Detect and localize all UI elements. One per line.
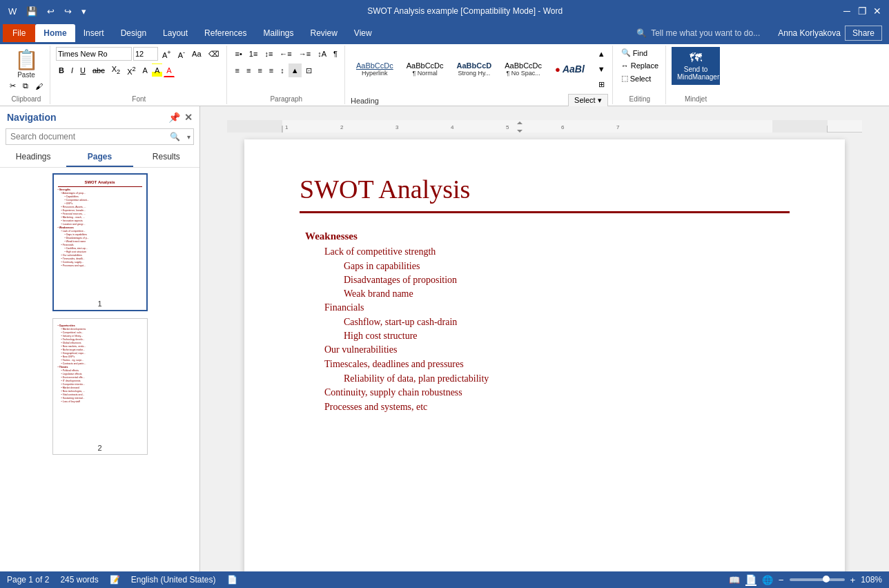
font-grow-button[interactable]: A+: [159, 47, 174, 61]
increase-indent-button[interactable]: →≡: [296, 47, 313, 61]
tab-mailings[interactable]: Mailings: [255, 24, 302, 42]
style-aabi[interactable]: ● AaBl: [549, 61, 590, 77]
find-icon: 🔍: [621, 48, 631, 57]
print-layout-button[interactable]: 📄: [745, 574, 756, 586]
read-mode-button[interactable]: 📖: [729, 575, 740, 585]
restore-button[interactable]: ❐: [856, 5, 868, 17]
navigation-pane: Navigation 📌 ✕ 🔍 ▾ Headings Pages Result…: [0, 106, 200, 571]
svg-text:1: 1: [285, 124, 289, 130]
nav-tab-results[interactable]: Results: [133, 148, 199, 167]
cashflow-text: Cashflow, start-up cash-drain: [344, 317, 457, 328]
numbering-button[interactable]: 1≡: [246, 47, 261, 61]
word-count: 245 words: [60, 575, 98, 585]
underline-button[interactable]: U: [77, 63, 88, 77]
bullets-button[interactable]: ≡•: [233, 47, 245, 61]
shading-button[interactable]: ▲: [289, 63, 302, 77]
copy-button[interactable]: ⧉: [20, 79, 31, 93]
nav-close-icon[interactable]: ✕: [184, 112, 193, 123]
document-content: Weaknesses Lack of competitive strength …: [300, 231, 790, 413]
replace-button[interactable]: ↔ Replace: [618, 60, 661, 71]
select-icon: ⬚: [621, 74, 628, 83]
proofing-icon[interactable]: 📝: [110, 575, 120, 585]
font-size-input[interactable]: [133, 47, 158, 61]
page-thumb-1[interactable]: SWOT Analysis • Strengths • Advantages o…: [52, 173, 148, 311]
competitive-strength-text: Lack of competitive strength: [324, 246, 436, 257]
styles-expand[interactable]: ⊞: [595, 77, 608, 91]
tab-view[interactable]: View: [346, 24, 380, 42]
customize-button[interactable]: ▾: [79, 5, 89, 18]
align-left-button[interactable]: ≡: [233, 63, 242, 77]
svg-text:6: 6: [561, 124, 565, 130]
title-bar: W 💾 ↩ ↪ ▾ SWOT Analysis example [Compati…: [0, 0, 889, 22]
clipboard-content: 📋 Paste ✂ ⧉ 🖌: [7, 47, 46, 94]
svg-rect-2: [772, 120, 828, 133]
tab-insert[interactable]: Insert: [75, 24, 113, 42]
styles-scroll-down[interactable]: ▼: [595, 62, 608, 76]
search-icon[interactable]: 🔍: [166, 129, 184, 144]
strikethrough-button[interactable]: abc: [90, 63, 108, 77]
tab-home[interactable]: Home: [35, 24, 75, 42]
nav-tab-headings[interactable]: Headings: [0, 148, 66, 167]
text-effect-button[interactable]: A: [140, 63, 150, 77]
justify-button[interactable]: ≡: [266, 63, 276, 77]
subscript-button[interactable]: X2: [109, 63, 123, 77]
word-icon[interactable]: W: [6, 5, 19, 18]
mindjet-label: Send to: [677, 66, 714, 73]
minimize-button[interactable]: ─: [841, 5, 853, 17]
send-to-mindmanager-button[interactable]: 🗺 Send to MindManager: [672, 47, 720, 85]
line-spacing-button[interactable]: ↕: [277, 63, 287, 77]
zoom-slider[interactable]: [790, 578, 845, 581]
tab-layout[interactable]: Layout: [155, 24, 196, 42]
align-right-button[interactable]: ≡: [255, 63, 264, 77]
clear-format-button[interactable]: ⌫: [206, 47, 222, 61]
save-button[interactable]: 💾: [23, 5, 40, 18]
select-dropdown-button[interactable]: Select ▾: [568, 94, 608, 107]
bullet-gaps: Gaps in capabilities: [338, 261, 790, 272]
sort-button[interactable]: ↕A: [315, 47, 329, 61]
paste-button[interactable]: 📋 Paste: [11, 48, 41, 79]
nav-tab-pages[interactable]: Pages: [66, 148, 133, 167]
styles-scroll-up[interactable]: ▲: [595, 47, 608, 61]
find-button[interactable]: 🔍 Find: [618, 47, 650, 59]
style-no-space[interactable]: AaBbCcDc ¶ No Spac...: [499, 59, 547, 79]
tab-review[interactable]: Review: [302, 24, 345, 42]
zoom-in-button[interactable]: +: [850, 575, 856, 585]
change-case-button[interactable]: Aa: [189, 47, 204, 61]
tell-me-input[interactable]: Tell me what you want to do...: [651, 28, 760, 38]
multilevel-button[interactable]: ↕≡: [262, 47, 275, 61]
document-mode-icon[interactable]: 📄: [227, 575, 237, 585]
cut-button[interactable]: ✂: [7, 79, 19, 93]
decrease-indent-button[interactable]: ←≡: [277, 47, 294, 61]
style-normal[interactable]: AaBbCcDc ¶ Normal: [401, 59, 449, 79]
tab-design[interactable]: Design: [113, 24, 155, 42]
redo-button[interactable]: ↪: [61, 5, 75, 18]
superscript-button[interactable]: X2: [124, 63, 138, 77]
tab-references[interactable]: References: [196, 24, 255, 42]
italic-button[interactable]: I: [68, 63, 76, 77]
search-dropdown-icon[interactable]: ▾: [184, 130, 193, 144]
tab-file[interactable]: File: [3, 24, 35, 42]
show-marks-button[interactable]: ¶: [331, 47, 340, 61]
web-layout-button[interactable]: 🌐: [762, 575, 773, 585]
zoom-out-button[interactable]: −: [779, 575, 784, 585]
paste-area: 📋 Paste ✂ ⧉ 🖌: [7, 48, 46, 93]
font-name-input[interactable]: [56, 47, 132, 61]
search-input[interactable]: [6, 129, 166, 144]
close-button[interactable]: ✕: [871, 5, 883, 17]
font-color-button[interactable]: A: [164, 63, 174, 77]
align-center-button[interactable]: ≡: [244, 63, 253, 77]
font-shrink-button[interactable]: A-: [175, 47, 188, 61]
highlight-button[interactable]: A: [152, 63, 162, 77]
processes-text: Processes and systems, etc: [324, 402, 427, 413]
nav-pin-icon[interactable]: 📌: [168, 112, 180, 123]
select-button[interactable]: ⬚ Select: [618, 72, 654, 84]
share-button[interactable]: Share: [845, 26, 882, 41]
page-thumb-2[interactable]: • Opportunities • Market developments • …: [52, 318, 148, 455]
style-strong-heading[interactable]: AaBbCcD Strong Hy...: [451, 59, 498, 79]
paragraph-content: ≡• 1≡ ↕≡ ←≡ →≡ ↕A ¶ ≡ ≡ ≡ ≡ ↕ ▲ ⊡: [233, 47, 340, 94]
undo-button[interactable]: ↩: [44, 5, 57, 18]
style-hyperlink[interactable]: AaBbCcDc Hyperlink: [351, 59, 399, 79]
borders-button[interactable]: ⊡: [303, 63, 315, 77]
format-painter-button[interactable]: 🖌: [32, 79, 46, 93]
bold-button[interactable]: B: [56, 63, 67, 77]
